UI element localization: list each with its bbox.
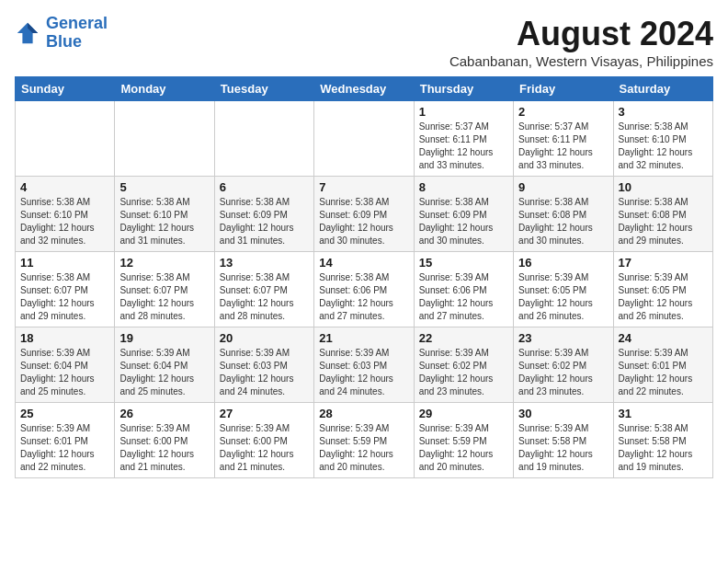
day-info: Sunrise: 5:38 AMSunset: 6:10 PMDaylight:… — [119, 196, 209, 247]
calendar-cell: 8Sunrise: 5:38 AMSunset: 6:09 PMDaylight… — [414, 177, 513, 252]
calendar-cell — [214, 101, 313, 177]
day-info: Sunrise: 5:38 AMSunset: 6:07 PMDaylight:… — [220, 271, 309, 323]
calendar-cell: 12Sunrise: 5:38 AMSunset: 6:07 PMDayligh… — [115, 252, 214, 327]
day-number: 26 — [119, 407, 209, 420]
calendar-cell: 7Sunrise: 5:38 AMSunset: 6:09 PMDaylight… — [314, 177, 414, 252]
calendar-cell: 19Sunrise: 5:39 AMSunset: 6:04 PMDayligh… — [115, 327, 214, 403]
day-number: 28 — [319, 407, 408, 420]
calendar-cell: 5Sunrise: 5:38 AMSunset: 6:10 PMDaylight… — [115, 177, 214, 252]
week-row-5: 25Sunrise: 5:39 AMSunset: 6:01 PMDayligh… — [16, 403, 713, 478]
title-area: August 2024 Cabanbanan, Western Visayas,… — [449, 15, 713, 69]
day-number: 7 — [319, 180, 408, 194]
calendar-cell: 1Sunrise: 5:37 AMSunset: 6:11 PMDaylight… — [414, 101, 513, 177]
calendar-cell: 27Sunrise: 5:39 AMSunset: 6:00 PMDayligh… — [214, 403, 313, 478]
day-info: Sunrise: 5:38 AMSunset: 6:09 PMDaylight:… — [220, 196, 309, 247]
day-info: Sunrise: 5:39 AMSunset: 5:59 PMDaylight:… — [419, 422, 508, 474]
day-info: Sunrise: 5:38 AMSunset: 6:07 PMDaylight:… — [20, 271, 109, 323]
calendar-header: SundayMondayTuesdayWednesdayThursdayFrid… — [16, 77, 713, 101]
day-number: 2 — [518, 105, 608, 119]
day-number: 20 — [220, 331, 309, 345]
day-number: 19 — [119, 331, 209, 345]
day-info: Sunrise: 5:39 AMSunset: 6:02 PMDaylight:… — [419, 347, 508, 398]
header-day-tuesday: Tuesday — [214, 77, 313, 101]
calendar-body: 1Sunrise: 5:37 AMSunset: 6:11 PMDaylight… — [16, 101, 713, 478]
calendar-cell: 14Sunrise: 5:38 AMSunset: 6:06 PMDayligh… — [314, 252, 414, 327]
day-number: 18 — [20, 331, 109, 345]
day-info: Sunrise: 5:39 AMSunset: 6:06 PMDaylight:… — [419, 271, 508, 323]
calendar-cell: 13Sunrise: 5:38 AMSunset: 6:07 PMDayligh… — [214, 252, 313, 327]
calendar-cell: 20Sunrise: 5:39 AMSunset: 6:03 PMDayligh… — [214, 327, 313, 403]
calendar-cell: 24Sunrise: 5:39 AMSunset: 6:01 PMDayligh… — [613, 327, 712, 403]
day-info: Sunrise: 5:39 AMSunset: 6:03 PMDaylight:… — [319, 347, 408, 398]
calendar-cell: 4Sunrise: 5:38 AMSunset: 6:10 PMDaylight… — [16, 177, 115, 252]
day-number: 1 — [419, 105, 508, 119]
calendar-cell: 16Sunrise: 5:39 AMSunset: 6:05 PMDayligh… — [514, 252, 613, 327]
day-number: 3 — [619, 105, 708, 119]
day-number: 6 — [220, 180, 309, 194]
calendar-cell: 6Sunrise: 5:38 AMSunset: 6:09 PMDaylight… — [214, 177, 313, 252]
day-number: 15 — [419, 256, 508, 270]
day-info: Sunrise: 5:37 AMSunset: 6:11 PMDaylight:… — [518, 121, 608, 172]
header-day-saturday: Saturday — [613, 77, 712, 101]
day-number: 10 — [619, 180, 708, 194]
header-day-wednesday: Wednesday — [314, 77, 414, 101]
calendar-cell: 18Sunrise: 5:39 AMSunset: 6:04 PMDayligh… — [16, 327, 115, 403]
day-info: Sunrise: 5:38 AMSunset: 6:10 PMDaylight:… — [20, 196, 109, 247]
day-info: Sunrise: 5:39 AMSunset: 6:01 PMDaylight:… — [619, 347, 708, 398]
day-info: Sunrise: 5:39 AMSunset: 6:03 PMDaylight:… — [220, 347, 309, 398]
day-info: Sunrise: 5:38 AMSunset: 6:08 PMDaylight:… — [619, 196, 708, 247]
day-number: 23 — [518, 331, 608, 345]
day-number: 13 — [220, 256, 309, 270]
day-number: 8 — [419, 180, 508, 194]
day-number: 5 — [119, 180, 209, 194]
day-info: Sunrise: 5:39 AMSunset: 5:58 PMDaylight:… — [518, 422, 608, 474]
calendar-cell: 21Sunrise: 5:39 AMSunset: 6:03 PMDayligh… — [314, 327, 414, 403]
calendar-cell — [314, 101, 414, 177]
day-info: Sunrise: 5:38 AMSunset: 6:09 PMDaylight:… — [419, 196, 508, 247]
day-number: 17 — [619, 256, 708, 270]
day-info: Sunrise: 5:38 AMSunset: 6:06 PMDaylight:… — [319, 271, 408, 323]
header-row: SundayMondayTuesdayWednesdayThursdayFrid… — [16, 77, 713, 101]
day-info: Sunrise: 5:38 AMSunset: 5:58 PMDaylight:… — [619, 422, 708, 474]
logo: General Blue — [15, 15, 108, 52]
calendar-cell: 28Sunrise: 5:39 AMSunset: 5:59 PMDayligh… — [314, 403, 414, 478]
day-number: 22 — [419, 331, 508, 345]
header-day-thursday: Thursday — [414, 77, 513, 101]
day-number: 30 — [518, 407, 608, 420]
week-row-2: 4Sunrise: 5:38 AMSunset: 6:10 PMDaylight… — [16, 177, 713, 252]
calendar-cell — [115, 101, 214, 177]
logo-icon — [15, 20, 40, 46]
calendar-subtitle: Cabanbanan, Western Visayas, Philippines — [449, 53, 713, 69]
day-info: Sunrise: 5:39 AMSunset: 6:05 PMDaylight:… — [518, 271, 608, 323]
week-row-4: 18Sunrise: 5:39 AMSunset: 6:04 PMDayligh… — [16, 327, 713, 403]
day-number: 11 — [20, 256, 109, 270]
day-info: Sunrise: 5:38 AMSunset: 6:07 PMDaylight:… — [119, 271, 209, 323]
week-row-1: 1Sunrise: 5:37 AMSunset: 6:11 PMDaylight… — [16, 101, 713, 177]
day-info: Sunrise: 5:39 AMSunset: 6:04 PMDaylight:… — [119, 347, 209, 398]
day-info: Sunrise: 5:39 AMSunset: 6:00 PMDaylight:… — [220, 422, 309, 474]
day-number: 21 — [319, 331, 408, 345]
calendar-cell — [16, 101, 115, 177]
calendar-cell: 10Sunrise: 5:38 AMSunset: 6:08 PMDayligh… — [613, 177, 712, 252]
calendar-cell: 2Sunrise: 5:37 AMSunset: 6:11 PMDaylight… — [514, 101, 613, 177]
calendar-cell: 30Sunrise: 5:39 AMSunset: 5:58 PMDayligh… — [514, 403, 613, 478]
day-number: 9 — [518, 180, 608, 194]
header: General Blue August 2024 Cabanbanan, Wes… — [15, 15, 713, 69]
calendar-cell: 3Sunrise: 5:38 AMSunset: 6:10 PMDaylight… — [613, 101, 712, 177]
day-info: Sunrise: 5:38 AMSunset: 6:08 PMDaylight:… — [518, 196, 608, 247]
day-number: 14 — [319, 256, 408, 270]
calendar-cell: 29Sunrise: 5:39 AMSunset: 5:59 PMDayligh… — [414, 403, 513, 478]
logo-line1: General — [46, 14, 108, 32]
week-row-3: 11Sunrise: 5:38 AMSunset: 6:07 PMDayligh… — [16, 252, 713, 327]
calendar-cell: 31Sunrise: 5:38 AMSunset: 5:58 PMDayligh… — [613, 403, 712, 478]
day-number: 4 — [20, 180, 109, 194]
day-info: Sunrise: 5:39 AMSunset: 6:04 PMDaylight:… — [20, 347, 109, 398]
day-number: 29 — [419, 407, 508, 420]
day-info: Sunrise: 5:39 AMSunset: 6:02 PMDaylight:… — [518, 347, 608, 398]
day-number: 25 — [20, 407, 109, 420]
day-number: 24 — [619, 331, 708, 345]
day-number: 27 — [220, 407, 309, 420]
calendar-cell: 23Sunrise: 5:39 AMSunset: 6:02 PMDayligh… — [514, 327, 613, 403]
calendar-cell: 9Sunrise: 5:38 AMSunset: 6:08 PMDaylight… — [514, 177, 613, 252]
logo-text: General Blue — [46, 15, 108, 52]
